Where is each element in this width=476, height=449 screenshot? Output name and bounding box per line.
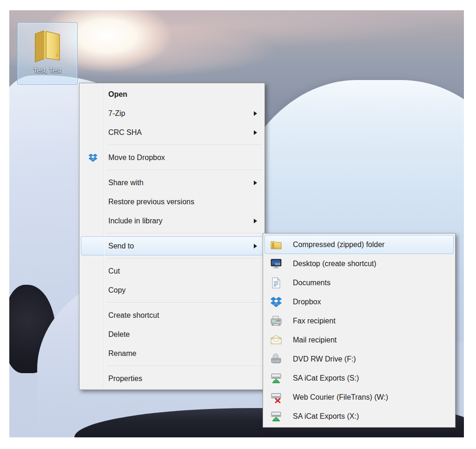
submenu-arrow-icon — [254, 244, 257, 248]
network-drive-icon — [270, 372, 283, 385]
menu-item-desktop-create-shortcut[interactable]: Desktop (create shortcut) — [264, 254, 454, 273]
menu-separator — [107, 145, 262, 145]
menu-item-label: CRC SHA — [108, 128, 142, 137]
menu-item-create-shortcut[interactable]: Create shortcut — [81, 306, 263, 325]
dropbox-icon — [270, 295, 283, 308]
menu-separator — [107, 302, 262, 303]
menu-item-move-to-dropbox[interactable]: Move to Dropbox — [81, 148, 263, 167]
menu-item-label: Desktop (create shortcut) — [293, 260, 377, 268]
menu-item-include-in-library[interactable]: Include in library — [81, 211, 263, 230]
menu-item-label: 7-Zip — [108, 109, 125, 118]
fax-icon — [270, 315, 283, 328]
submenu-arrow-icon — [254, 130, 257, 135]
menu-item-crc-sha[interactable]: CRC SHA — [81, 123, 263, 142]
mail-icon — [270, 334, 283, 347]
folder-icon — [28, 27, 67, 66]
zipped-folder-icon — [270, 238, 283, 251]
menu-item-label: Share with — [108, 179, 144, 187]
document-icon — [270, 276, 283, 289]
menu-item-copy[interactable]: Copy — [81, 281, 263, 300]
menu-item-dvd-rw-drive-f[interactable]: DVD RW Drive (F:) — [264, 349, 454, 369]
menu-item-sa-icat-exports-s[interactable]: SA iCat Exports (S:) — [264, 369, 454, 388]
menu-item-label: SA iCat Exports (S:) — [293, 374, 359, 382]
menu-item-share-with[interactable]: Share with — [81, 173, 263, 192]
submenu-arrow-icon — [254, 219, 257, 223]
menu-item-send-to[interactable]: Send to — [81, 236, 263, 255]
menu-item-label: Delete — [108, 330, 130, 339]
submenu-arrow-icon — [254, 181, 257, 185]
menu-item-documents[interactable]: Documents — [264, 273, 454, 292]
menu-item-label: SA iCat Exports (X:) — [293, 412, 359, 421]
menu-item-web-courier-filetrans-w[interactable]: Web Courier (FileTrans) (W:) — [264, 388, 454, 407]
menu-item-fax-recipient[interactable]: Fax recipient — [264, 311, 454, 330]
menu-item-label: Fax recipient — [293, 317, 336, 325]
menu-item-7-zip[interactable]: 7-Zip — [81, 104, 263, 123]
dropbox-icon — [88, 153, 98, 163]
menu-item-label: Compressed (zipped) folder — [293, 241, 384, 249]
menu-item-label: Copy — [108, 286, 126, 295]
menu-item-delete[interactable]: Delete — [81, 325, 263, 344]
submenu-arrow-icon — [254, 111, 257, 116]
menu-item-label: Mail recipient — [293, 336, 337, 344]
menu-item-properties[interactable]: Properties — [81, 369, 263, 388]
menu-separator — [107, 170, 262, 170]
menu-item-dropbox[interactable]: Dropbox — [264, 292, 454, 311]
dvd-drive-icon — [270, 353, 283, 366]
menu-item-label: Web Courier (FileTrans) (W:) — [293, 393, 388, 402]
menu-item-label: Dropbox — [293, 298, 321, 306]
network-drive-disconnected-icon — [270, 391, 283, 404]
menu-item-label: Move to Dropbox — [108, 154, 165, 162]
menu-item-label: Open — [108, 90, 127, 99]
context-menu: Open7-ZipCRC SHAMove to DropboxShare wit… — [79, 83, 265, 390]
menu-item-label: Restore previous versions — [108, 198, 194, 206]
desktop-folder-label: Test, Test — [34, 67, 61, 74]
menu-separator — [107, 366, 262, 366]
menu-item-label: Send to — [108, 242, 134, 250]
menu-item-mail-recipient[interactable]: Mail recipient — [264, 330, 454, 349]
screenshot-page: Test, Test Open7-ZipCRC SHAMove to Dropb… — [0, 0, 476, 449]
menu-item-label: Cut — [108, 267, 120, 275]
menu-item-label: Rename — [108, 349, 136, 358]
menu-item-label: DVD RW Drive (F:) — [293, 355, 356, 363]
network-drive-icon — [270, 410, 283, 423]
menu-item-sa-icat-exports-x[interactable]: SA iCat Exports (X:) — [264, 407, 454, 426]
menu-item-rename[interactable]: Rename — [81, 344, 263, 363]
desktop-folder-test-test[interactable]: Test, Test — [17, 22, 78, 85]
menu-item-label: Create shortcut — [108, 311, 159, 320]
desktop-shortcut-icon — [270, 257, 283, 270]
menu-separator — [107, 258, 262, 259]
menu-item-open[interactable]: Open — [81, 85, 263, 104]
menu-item-label: Documents — [293, 279, 331, 287]
menu-item-label: Properties — [108, 375, 142, 383]
menu-item-label: Include in library — [108, 217, 163, 225]
menu-separator — [107, 233, 262, 234]
menu-item-compressed-zipped-folder[interactable]: Compressed (zipped) folder — [264, 235, 454, 254]
menu-item-restore-previous-versions[interactable]: Restore previous versions — [81, 192, 263, 211]
send-to-submenu: Compressed (zipped) folderDesktop (creat… — [263, 233, 456, 428]
menu-item-cut[interactable]: Cut — [81, 261, 263, 281]
